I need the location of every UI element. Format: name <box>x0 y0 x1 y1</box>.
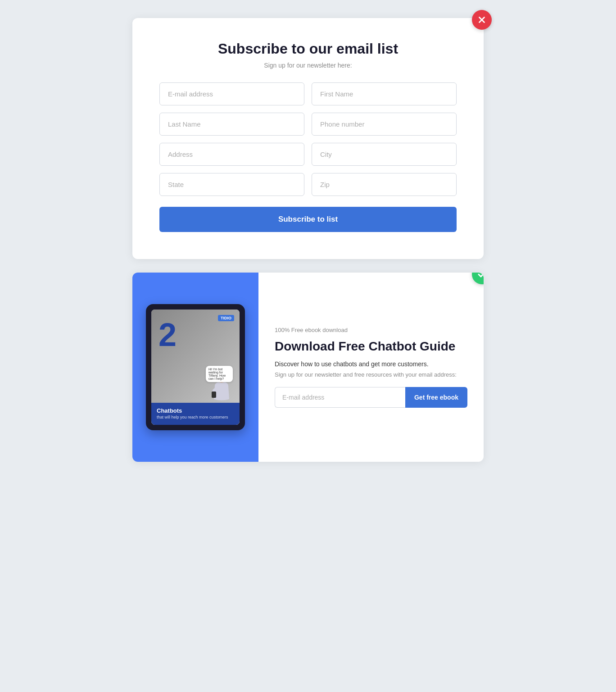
modal-title: Subscribe to our email list <box>159 41 457 57</box>
svg-rect-3 <box>212 392 216 398</box>
phone-input[interactable] <box>312 113 457 136</box>
close-icon <box>477 15 487 25</box>
form-grid <box>159 82 457 196</box>
ebook-description: Discover how to use chatbots and get mor… <box>275 360 467 368</box>
chat-bubble: Hi! I'm bot waiting for Tiffany. How can… <box>206 366 233 382</box>
first-name-input[interactable] <box>312 82 457 105</box>
ebook-card: 2 TIDIO <box>132 273 484 462</box>
free-label: 100% Free ebook download <box>275 327 467 333</box>
subscribe-modal: Subscribe to our email list Sign up for … <box>132 18 484 259</box>
tablet-number: 2 <box>159 319 177 351</box>
ebook-form: Get free ebook <box>275 387 467 408</box>
ebook-content: 100% Free ebook download Download Free C… <box>258 273 484 462</box>
ebook-title: Download Free Chatbot Guide <box>275 339 467 354</box>
checkmark-icon <box>476 273 484 280</box>
get-ebook-button[interactable]: Get free ebook <box>405 387 467 408</box>
zip-input[interactable] <box>312 173 457 196</box>
subscribe-button[interactable]: Subscribe to list <box>159 207 457 232</box>
tablet-screen: 2 TIDIO <box>151 310 240 425</box>
tidio-logo: TIDIO <box>218 315 234 321</box>
ebook-image-panel: 2 TIDIO <box>132 273 258 462</box>
address-input[interactable] <box>159 143 304 166</box>
close-button[interactable] <box>472 10 492 30</box>
email-input[interactable] <box>159 82 304 105</box>
ebook-signup-text: Sign up for our newsletter and free reso… <box>275 371 467 378</box>
tablet-bottom-text: Chatbots that will help you reach more c… <box>151 403 240 425</box>
modal-subtitle: Sign up for our newsletter here: <box>159 62 457 69</box>
city-input[interactable] <box>312 143 457 166</box>
ebook-email-input[interactable] <box>275 387 405 408</box>
tablet-mockup: 2 TIDIO <box>146 304 245 430</box>
state-input[interactable] <box>159 173 304 196</box>
last-name-input[interactable] <box>159 113 304 136</box>
